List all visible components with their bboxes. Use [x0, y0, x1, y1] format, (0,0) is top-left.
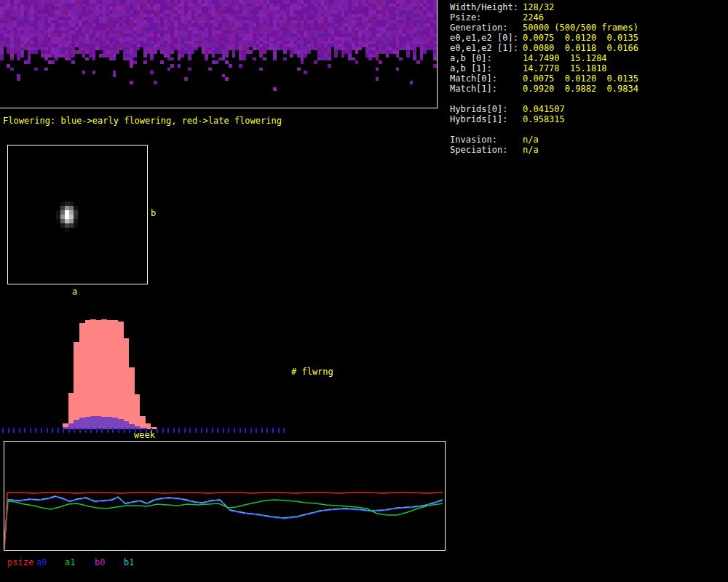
flowering-count-label: # flwrng: [291, 367, 333, 377]
stats-row: Match[0]:0.0075 0.0120 0.0135: [450, 73, 727, 84]
stats-label: a,b [1]:: [450, 63, 523, 73]
stats-value: n/a: [523, 135, 539, 145]
stats-label: Generation:: [450, 23, 523, 33]
stats-label: a,b [0]:: [450, 53, 523, 63]
stats-row: Width/Height:128/32: [450, 2, 727, 12]
week-axis-label: week: [134, 430, 155, 440]
stats-panel: Width/Height:128/32Psize:2246Generation:…: [450, 2, 727, 155]
stats-value: 0.9920 0.9882 0.9834: [523, 84, 638, 94]
timeseries-plot: [4, 442, 445, 550]
stats-row: Match[1]:0.9920 0.9882 0.9834: [450, 84, 727, 94]
stats-row: e0,e1,e2 [1]:0.0080 0.0118 0.0166: [450, 43, 727, 53]
stats-row: Generation:50000 (500/500 frames): [450, 23, 727, 33]
timeseries-legend: psizea0a1b0b1: [0, 557, 233, 567]
stats-value: 0.0075 0.0120 0.0135: [523, 73, 638, 84]
stats-value: 0.0075 0.0120 0.0135: [523, 33, 638, 43]
stats-label: Width/Height:: [450, 2, 523, 12]
stats-row: a,b [0]:14.7490 15.1284: [450, 53, 727, 63]
stats-value: 50000 (500/500 frames): [523, 23, 638, 33]
flowering-legend-caption: Flowering: blue->early flowering, red->l…: [3, 116, 282, 126]
stats-row: [450, 94, 727, 104]
stats-row: Speciation:n/a: [450, 145, 727, 155]
ab-density-panel: [7, 145, 148, 284]
stats-row: Psize:2246: [450, 12, 727, 23]
stats-value: 14.7778 15.1818: [523, 63, 607, 73]
axis-label-a: a: [72, 287, 77, 297]
legend-item-b0: b0: [95, 557, 105, 567]
stats-row: Invasion:n/a: [450, 135, 727, 145]
world-panel-border: [437, 0, 438, 108]
stats-value: 2246: [523, 12, 544, 23]
stats-label: Match[1]:: [450, 84, 523, 94]
population-raster-view: [0, 0, 437, 108]
legend-item-a0: a0: [36, 557, 47, 567]
stats-value: 128/32: [523, 2, 554, 12]
stats-row: Hybrids[0]:0.041507: [450, 104, 727, 114]
timeseries-panel: [4, 441, 446, 551]
axis-label-b: b: [151, 208, 156, 218]
legend-item-b1: b1: [124, 557, 134, 567]
stats-label: Hybrids[1]:: [450, 114, 523, 124]
legend-item-a1: a1: [65, 557, 75, 567]
stats-label: Invasion:: [450, 135, 523, 145]
stats-value: n/a: [523, 145, 539, 155]
stats-value: 14.7490 15.1284: [523, 53, 607, 63]
series-b0: [4, 496, 443, 544]
stats-row: e0,e1,e2 [0]:0.0075 0.0120 0.0135: [450, 33, 727, 43]
world-panel-border: [0, 108, 438, 108]
stats-value: 0.041507: [523, 104, 565, 114]
stats-row: [450, 124, 727, 135]
stats-label: Psize:: [450, 12, 523, 23]
stats-value: 0.0080 0.0118 0.0166: [523, 43, 638, 53]
stats-label: Match[0]:: [450, 73, 523, 84]
stats-label: e0,e1,e2 [1]:: [450, 43, 523, 53]
stats-value: 0.958315: [523, 114, 565, 124]
ab-density-blob: [8, 146, 147, 284]
stats-label: Speciation:: [450, 145, 523, 155]
stats-label: e0,e1,e2 [0]:: [450, 33, 523, 43]
stats-row: Hybrids[1]:0.958315: [450, 114, 727, 124]
series-a1: [4, 500, 443, 546]
stats-row: a,b [1]:14.7778 15.1818: [450, 63, 727, 73]
stats-label: Hybrids[0]:: [450, 104, 523, 114]
legend-item-psize: psize: [7, 557, 33, 567]
simulation-app-window: Flowering: blue->early flowering, red->l…: [0, 0, 728, 582]
